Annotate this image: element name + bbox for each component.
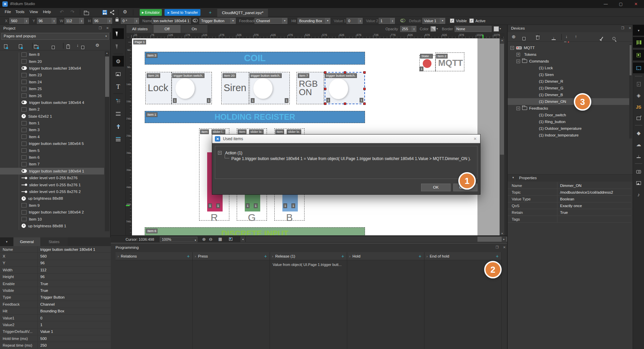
scroll-up-icon[interactable]: ▲	[106, 52, 108, 54]
scrollbar-thumb[interactable]	[500, 44, 504, 155]
inspector-row[interactable]: X 560	[0, 253, 111, 260]
selection-handle[interactable]	[363, 71, 366, 74]
themes-dock-icon[interactable]: ◆	[633, 128, 644, 139]
project-tree-item[interactable]: up brightness 88x88 1	[0, 223, 104, 229]
inspector-row[interactable]: Width 112	[0, 267, 111, 273]
inspector-collapse-icon[interactable]: ▾	[0, 237, 13, 246]
project-tree-item[interactable]: Item 4	[0, 133, 104, 140]
action-group[interactable]: − Action (1)	[218, 150, 242, 156]
project-tree-item[interactable]: Item 1	[0, 120, 104, 126]
value2-input[interactable]: 1 ▴▾	[379, 18, 395, 24]
selection-handle[interactable]	[363, 103, 366, 105]
inspector-row[interactable]: Hit Bounding Box	[0, 308, 111, 315]
menu-help[interactable]: Help	[43, 10, 51, 14]
menu-tools[interactable]: Tools	[15, 10, 25, 14]
scroll-down-icon[interactable]: ▼	[501, 232, 503, 235]
pointer-tool-icon[interactable]	[112, 28, 124, 39]
device-property-row[interactable]: Topic /modbus/device1/coil/address2	[508, 189, 631, 196]
collapse-caret-icon[interactable]: ▾	[512, 176, 514, 179]
tab-general[interactable]: General	[13, 237, 40, 246]
import-device-icon[interactable]: ↓	[552, 36, 556, 40]
device-property-row[interactable]: QoS Exactly once	[508, 202, 631, 209]
canvas-vscrollbar[interactable]: ▲ ▼	[500, 38, 504, 235]
open-project-icon[interactable]	[84, 12, 89, 15]
discrete-input-banner[interactable]: DISCRETE INPUT	[145, 227, 365, 235]
drivers-dock-icon[interactable]	[633, 50, 644, 61]
add-action-icon[interactable]: +	[264, 254, 267, 259]
device-tree-item[interactable]: (1) Siren	[508, 71, 631, 78]
slider-tool-icon[interactable]	[112, 121, 124, 132]
project-tree-item[interactable]: trigger button switcher 180x64 1	[0, 168, 104, 174]
device-property-row[interactable]: Retain True	[508, 209, 631, 216]
console-dock-icon[interactable]: ›_	[633, 63, 644, 73]
menu-view[interactable]: View	[30, 10, 38, 14]
text-tool-icon[interactable]: T	[112, 81, 124, 92]
undo-icon[interactable]: ↶	[60, 9, 64, 14]
new-tab-button[interactable]: +	[206, 9, 214, 16]
project-tree-item[interactable]: up brightness 88x88	[0, 195, 104, 202]
selection-handle[interactable]	[344, 71, 346, 74]
expander-icon[interactable]: −	[516, 60, 520, 63]
color-swatch[interactable]	[430, 26, 436, 32]
hscroll-left-button[interactable]: ◂	[240, 236, 245, 242]
dialog-close-icon[interactable]: ✕	[473, 137, 477, 141]
pages-selector[interactable]: Pages and popups ▾	[1, 33, 109, 40]
inspector-row[interactable]: Y 96	[0, 260, 111, 267]
coil-banner[interactable]: COIL	[145, 52, 365, 65]
column-header[interactable]: › Relations +	[116, 252, 192, 260]
device-tree-item[interactable]: − Commands	[508, 58, 631, 65]
device-tree-item[interactable]: (1) Door_switch	[508, 112, 631, 118]
project-settings-gear-icon[interactable]: ⚙	[95, 43, 99, 48]
opacity-spinner[interactable]: ▴▾	[412, 26, 416, 32]
column-header[interactable]: › Release (1) +	[270, 252, 347, 260]
inspector-row[interactable]: Type Trigger Button	[0, 294, 111, 301]
device-tree-item[interactable]: (1) Dimmer_R	[508, 78, 631, 85]
x-input[interactable]: 560 ▴▾	[9, 18, 29, 24]
inspector-row[interactable]: TriggerDefaultV... Value 1	[0, 328, 111, 335]
width-spinner[interactable]: ▴▾	[79, 18, 84, 24]
inspector-row[interactable]: Repeat time (ms) 250	[0, 342, 111, 349]
project-tree-item[interactable]: Item 8	[0, 51, 104, 58]
tab-on[interactable]: On	[181, 25, 208, 33]
border-caret-icon[interactable]: ▾	[500, 27, 501, 30]
project-tree-item[interactable]: Item 26	[0, 92, 104, 99]
hit-dropdown[interactable]: Bounding Box ▾	[297, 18, 330, 24]
value2-spinner[interactable]: ▴▾	[390, 18, 395, 24]
move-up-icon[interactable]: ↑	[67, 43, 69, 48]
send-to-transfer-button[interactable]: ➤ Send to Transfer	[165, 9, 200, 16]
transform-tool-icon[interactable]	[112, 41, 124, 52]
type-dropdown[interactable]: Trigger Button ▾	[199, 18, 236, 24]
sounds-dock-icon[interactable]: ♪	[633, 189, 644, 200]
feedback-dropdown[interactable]: Channel ▾	[255, 18, 287, 24]
project-tree-item[interactable]: Item 20	[0, 58, 104, 65]
float-panel-icon[interactable]: ❐	[621, 26, 624, 30]
tab-all-states[interactable]: All states	[127, 25, 153, 33]
close-panel-icon[interactable]: ✕	[629, 26, 631, 30]
hscroll-right-button[interactable]: ▸	[502, 236, 506, 242]
device-tree-item[interactable]: (1) Ring_button	[508, 118, 631, 125]
inspector-row[interactable]: Enable True	[0, 280, 111, 287]
delete-device-icon[interactable]	[536, 36, 539, 40]
column-header[interactable]: › End of hold +	[424, 252, 501, 260]
device-tree-item[interactable]: + Tokens	[508, 51, 631, 58]
project-tree-item[interactable]: State 62x62 1	[0, 113, 104, 120]
new-page-icon[interactable]	[4, 44, 7, 48]
project-tree-item[interactable]: Item 10	[0, 216, 104, 222]
device-tree-item[interactable]: (1) Outdoor_temperature	[508, 125, 631, 132]
border-dropdown[interactable]: None	[455, 26, 492, 32]
ok-button[interactable]: OK	[421, 184, 451, 191]
grid-toggle-icon[interactable]: ▦	[218, 237, 222, 241]
zoom-out-icon[interactable]: ⊖	[209, 237, 213, 242]
selection-handle[interactable]	[344, 103, 346, 105]
tab-states[interactable]: States	[40, 237, 68, 246]
holding-register-banner[interactable]: HOLDING REGISTER	[145, 111, 365, 123]
device-property-row[interactable]: Tags	[508, 216, 631, 223]
rgb-on-toggle-widget[interactable]: RGB ON 1 1 Item 7 trigger button switch.	[296, 72, 365, 104]
scripts-dock-icon[interactable]: ◈	[633, 90, 644, 101]
pages-caret-icon[interactable]: ▾	[105, 35, 107, 38]
share-icon[interactable]	[109, 10, 115, 15]
project-tree-item[interactable]: Item 6	[0, 154, 104, 161]
add-action-icon[interactable]: +	[496, 254, 499, 259]
scroll-up-icon[interactable]: ▲	[501, 39, 503, 41]
dropdown-caret-icon[interactable]: ▾	[282, 18, 287, 24]
